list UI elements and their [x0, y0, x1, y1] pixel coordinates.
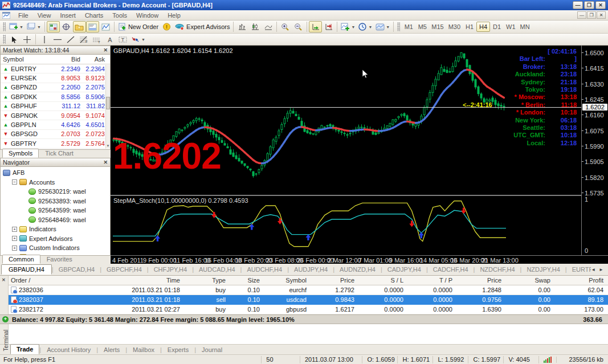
order-row[interactable]: 23820372011.03.21 01:18sell0.10usdcad0.9…	[9, 295, 608, 305]
mdi-close-button[interactable]: ✕	[597, 11, 606, 19]
timeframe-h1[interactable]: H1	[463, 22, 476, 32]
timeframe-m30[interactable]: M30	[446, 22, 463, 32]
chart-shift-button[interactable]	[322, 21, 335, 32]
tree-item-custom-indicators[interactable]: +Custom Indicators	[1, 243, 110, 253]
market-watch-row[interactable]: ▲GBPHUF311.12311.82	[1, 102, 110, 111]
equidistant-channel-button[interactable]: T	[90, 34, 103, 45]
navigator-tab-favorites[interactable]: Favorites	[40, 255, 79, 264]
menu-item-insert[interactable]: Insert	[55, 11, 80, 20]
chart-tab-gbpchf-h4[interactable]: GBPCHF,H4	[101, 265, 147, 274]
indicator-pane[interactable]: StepMA_Stoch(10,1.00000000,0) 0.2798 0.4…	[111, 196, 581, 255]
tree-item-925643599-wael[interactable]: 925643599: wael	[1, 206, 110, 215]
chart-tab-cadchf-h4[interactable]: CADCHF,H4	[428, 265, 474, 274]
tabs-scroll-right-icon[interactable]: ►	[599, 267, 603, 272]
terminal-tab-experts[interactable]: Experts	[162, 345, 194, 354]
orders-column-9[interactable]: Swap	[504, 277, 553, 284]
orders-column-0[interactable]: Order /	[9, 277, 68, 284]
bar-chart-button[interactable]	[235, 21, 248, 32]
metaeditor-button[interactable]: !	[160, 21, 173, 32]
navigator-tab-common[interactable]: Common	[2, 255, 40, 264]
cursor-button[interactable]	[7, 34, 21, 45]
timeframe-m15[interactable]: M15	[429, 22, 446, 32]
text-button[interactable]: A	[103, 34, 116, 45]
market-watch-row[interactable]: ▼EURSEK8.90538.9123	[1, 73, 110, 83]
data-window-button[interactable]	[60, 21, 73, 32]
terminal-tab-account-history[interactable]: Account History	[41, 345, 96, 354]
tree-item-925633893-wael[interactable]: 925633893: wael	[1, 197, 110, 206]
tree-item-accounts[interactable]: −Accounts	[1, 178, 110, 187]
market-watch-row[interactable]: ▲GBPDKK8.58568.5906	[1, 92, 110, 101]
line-chart-button[interactable]	[262, 21, 275, 32]
timeframe-w1[interactable]: W1	[504, 22, 518, 32]
timeframe-h4[interactable]: H4	[476, 22, 490, 32]
chart-tab-gbpcad-h4[interactable]: GBPCAD,H4	[54, 265, 100, 274]
order-row[interactable]: 23820362011.03.21 01:18buy0.10eurchf1.27…	[9, 285, 608, 295]
profiles-button[interactable]: ▼	[25, 21, 43, 32]
horizontal-line-button[interactable]	[51, 34, 64, 45]
navigator-toggle[interactable]	[73, 21, 86, 32]
text-label-button[interactable]: T	[116, 34, 129, 45]
terminal-tab-trade[interactable]: Trade	[10, 344, 39, 354]
close-icon[interactable]: ✕	[103, 47, 108, 53]
column-symbol[interactable]: Symbol	[1, 56, 53, 63]
market-watch-tab-symbols[interactable]: Symbols	[2, 149, 39, 158]
market-watch-toggle[interactable]	[47, 21, 60, 32]
market-watch-row[interactable]: ▲GBPPLN4.64264.6501	[1, 120, 110, 129]
minimize-button[interactable]: —	[573, 1, 583, 9]
column-bid[interactable]: Bid	[53, 56, 80, 63]
close-icon[interactable]: ✕	[103, 159, 108, 165]
expand-icon[interactable]: +	[12, 246, 17, 251]
orders-column-5[interactable]: Price	[309, 277, 357, 284]
orders-column-8[interactable]: Price	[455, 277, 504, 284]
vertical-line-button[interactable]	[38, 34, 51, 45]
scrollbar-thumb[interactable]	[106, 97, 110, 109]
column-ask[interactable]: Ask	[80, 56, 107, 63]
price-scale[interactable]: 1.65001.64151.63301.62451.61601.60751.59…	[581, 46, 608, 255]
chart-tab-audjpy-h4[interactable]: AUDJPY,H4	[289, 265, 333, 274]
menu-item-view[interactable]: View	[33, 11, 56, 20]
arrows-button[interactable]: ▼	[129, 34, 147, 45]
new-chart-button[interactable]: ▼	[7, 21, 25, 32]
orders-column-3[interactable]: Size	[228, 277, 262, 284]
menu-item-file[interactable]: File	[14, 11, 33, 20]
chart-tab-audnzd-h4[interactable]: AUDNZD,H4	[334, 265, 381, 274]
chart-tab-eurtry-h[interactable]: EURTRY,H	[567, 265, 591, 274]
expand-icon[interactable]: +	[12, 227, 17, 232]
chart-tab-audchf-h4[interactable]: AUDCHF,H4	[242, 265, 287, 274]
chart-tab-chfjpy-h4[interactable]: CHFJPY,H4	[149, 265, 192, 274]
terminal-tab-mailbox[interactable]: Mailbox	[127, 345, 160, 354]
chart-tab-cadjpy-h4[interactable]: CADJPY,H4	[382, 265, 426, 274]
tree-item-indicators[interactable]: +Indicators	[1, 224, 110, 234]
tree-item-afb[interactable]: AFB	[1, 168, 110, 178]
tabs-scroll-left-icon[interactable]: ◄	[591, 267, 595, 272]
time-axis[interactable]: 4 Feb 20119 Feb 00:0011 Feb 16:0016 Feb …	[111, 255, 608, 264]
orders-column-1[interactable]: Time	[68, 277, 182, 284]
mdi-restore-button[interactable]: ❐	[587, 11, 596, 19]
tree-item-925630219-wael[interactable]: 925630219: wael	[1, 187, 110, 197]
candlestick-chart-button[interactable]	[248, 21, 262, 32]
terminal-tab-journal[interactable]: Journal	[196, 345, 228, 354]
menu-item-charts[interactable]: Charts	[80, 11, 108, 20]
expert-advisors-button[interactable]: Expert Advisors	[173, 21, 231, 32]
terminal-tab-alerts[interactable]: Alerts	[98, 345, 125, 354]
collapse-icon[interactable]: −	[12, 179, 17, 185]
zoom-out-button[interactable]	[292, 21, 305, 32]
zoom-in-button[interactable]	[279, 21, 292, 32]
menu-item-tools[interactable]: Tools	[108, 11, 132, 20]
chart-tab-audcad-h4[interactable]: AUDCAD,H4	[194, 265, 240, 274]
terminal-vertical-label[interactable]: Terminal	[3, 325, 9, 351]
chart-tab-gbpaud-h4[interactable]: GBPAUD,H4	[1, 264, 52, 275]
timeframe-m5[interactable]: M5	[415, 22, 429, 32]
price-pane[interactable]: GBPAUD,H4 1.6162 1.6204 1.6154 1.6202 1.…	[111, 46, 581, 195]
market-watch-row[interactable]: ▲EURTRY2.23492.2364	[1, 64, 110, 73]
close-button[interactable]: ✕	[595, 1, 606, 9]
chart-tab-nzdjpy-h4[interactable]: NZDJPY,H4	[521, 265, 565, 274]
mdi-minimize-button[interactable]: —	[577, 11, 586, 19]
orders-column-2[interactable]: Type	[182, 277, 228, 284]
toolbar-grip[interactable]	[3, 35, 6, 44]
market-watch-row[interactable]: ▲GBPNZD2.20502.2075	[1, 83, 110, 92]
close-icon[interactable]: ✕	[2, 277, 6, 283]
order-row[interactable]: 23821722011.03.21 02:27buy0.10gbpusd1.62…	[9, 305, 608, 314]
scroll-down-icon[interactable]: ▼	[106, 144, 110, 149]
indicators-button[interactable]: ▼	[339, 21, 357, 32]
